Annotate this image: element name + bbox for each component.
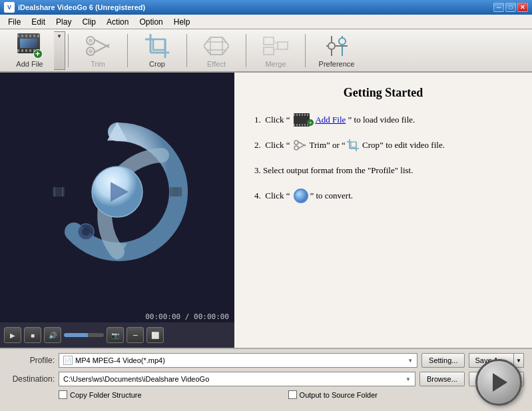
menu-clip[interactable]: Clip [77, 16, 101, 28]
step-2-pre: 2. Click “ [254, 139, 290, 152]
toolbar: + Add File ▼ Trim [0, 29, 532, 73]
time-sep: / [180, 312, 194, 321]
right-panel: Getting Started 1. Click “ + Add File ” … [234, 73, 532, 348]
menu-play[interactable]: Play [51, 16, 77, 28]
profile-label: Profile: [8, 356, 55, 365]
add-file-mini-icon: + [294, 113, 314, 127]
step-2-crop: Crop” to edit video file. [360, 139, 445, 152]
profile-dropdown[interactable]: 📄 MP4 MPEG-4 Video(*.mp4) ▼ [59, 353, 417, 368]
merge-button[interactable]: Merge [249, 31, 302, 70]
svg-marker-11 [204, 37, 229, 55]
dest-arrow: ▼ [405, 376, 411, 382]
menu-option[interactable]: Option [134, 16, 168, 28]
copy-folder-label: Copy Folder Structure [70, 391, 142, 399]
browse-button[interactable]: Browse... [419, 372, 465, 386]
preference-label: Preference [319, 60, 355, 68]
step-1-post: ” to load video file. [346, 113, 415, 127]
volume-slider[interactable] [64, 333, 104, 337]
play-button[interactable]: ▶ [4, 327, 21, 343]
merge-label: Merge [265, 60, 286, 68]
destination-value: C:\Users\ws\Documents\iDealshare VideoGo [63, 375, 209, 383]
crop-icon [144, 33, 170, 59]
svg-point-5 [89, 49, 93, 53]
crop-label: Crop [149, 60, 165, 68]
video-display [0, 73, 234, 311]
output-source-checkbox[interactable]: Output to Source Folder [288, 390, 378, 399]
getting-started-title: Getting Started [254, 86, 512, 100]
svg-rect-17 [264, 47, 274, 55]
svg-rect-18 [278, 42, 288, 49]
svg-rect-38 [179, 187, 180, 197]
title-bar: V iDealshare VideoGo 6 (Unregistered) ─ … [0, 0, 532, 15]
step-3: 3. Select output format from the "Profil… [254, 164, 512, 177]
step-4-pre: 4. Click “ [254, 189, 290, 203]
effect-icon [204, 33, 229, 59]
step-2: 2. Click “ Trim” or “ [254, 139, 512, 152]
stop-button[interactable]: ■ [24, 327, 41, 343]
add-file-label: Add File [16, 60, 43, 68]
effect-button[interactable]: Effect [190, 31, 243, 70]
svg-point-42 [294, 146, 298, 150]
zoom-out-button[interactable]: − [127, 327, 144, 343]
svg-point-4 [89, 39, 93, 43]
preference-icon [324, 33, 350, 59]
maximize-button[interactable]: □ [505, 3, 516, 12]
video-panel: 00:00:00 / 00:00:00 ▶ ■ 🔊 📷 − ⬜ [0, 73, 234, 348]
destination-input[interactable]: C:\Users\ws\Documents\iDealshare VideoGo… [59, 372, 415, 386]
destination-label: Destination: [8, 374, 55, 384]
trim-button[interactable]: Trim [71, 31, 125, 70]
videogo-graphic [41, 115, 194, 268]
separator-3 [186, 34, 187, 67]
add-file-button[interactable]: + Add File ▼ [5, 31, 65, 70]
separator-1 [68, 34, 69, 67]
setting-button[interactable]: Setting... [421, 353, 465, 368]
output-source-checkbox-box[interactable] [288, 390, 297, 399]
step-4: 4. Click “ ” to convert. [254, 189, 512, 203]
copy-folder-checkbox-box[interactable] [59, 390, 67, 399]
separator-4 [246, 34, 246, 67]
video-controls: ▶ ■ 🔊 📷 − ⬜ [0, 322, 234, 348]
svg-rect-8 [153, 39, 165, 50]
menu-action[interactable]: Action [101, 16, 134, 28]
menu-help[interactable]: Help [168, 16, 196, 28]
trim-icon [85, 33, 111, 59]
svg-line-3 [94, 45, 109, 53]
snapshot-button[interactable]: 📷 [107, 327, 124, 343]
svg-point-41 [294, 141, 298, 145]
step-1: 1. Click “ + Add File ” to load video fi… [254, 113, 512, 127]
minimize-button[interactable]: ─ [493, 3, 504, 12]
menu-file[interactable]: File [3, 16, 26, 28]
total-time: 00:00:00 [194, 312, 229, 321]
plus-icon: + [33, 49, 43, 59]
profile-dropdown-arrow: ▼ [407, 358, 413, 364]
app-icon: V [4, 2, 15, 13]
profile-value: MP4 MPEG-4 Video(*.mp4) [75, 356, 165, 364]
svg-rect-16 [264, 37, 274, 45]
convert-button[interactable] [475, 359, 522, 406]
merge-icon [263, 33, 288, 59]
trim-mini-icon [294, 140, 306, 151]
convert-mini-icon [294, 189, 308, 203]
copy-folder-checkbox[interactable]: Copy Folder Structure [59, 390, 142, 399]
close-button[interactable]: ✕ [517, 3, 528, 12]
window-title: iDealshare VideoGo 6 (Unregistered) [18, 3, 493, 11]
checkbox-row: Copy Folder Structure Output to Source F… [8, 390, 524, 399]
svg-point-40 [82, 228, 90, 236]
mp4-file-icon: 📄 [63, 356, 73, 365]
menu-bar: File Edit Play Clip Action Option Help [0, 15, 532, 29]
preference-button[interactable]: Preference [308, 31, 365, 70]
effect-label: Effect [207, 60, 226, 68]
window-controls: ─ □ ✕ [493, 3, 528, 12]
volume-button[interactable]: 🔊 [44, 327, 61, 343]
fullscreen-button[interactable]: ⬜ [146, 327, 164, 343]
add-file-dropdown[interactable]: ▼ [54, 31, 65, 70]
menu-edit[interactable]: Edit [26, 16, 51, 28]
main-content: 00:00:00 / 00:00:00 ▶ ■ 🔊 📷 − ⬜ Getting … [0, 73, 532, 348]
step-1-link[interactable]: Add File [315, 113, 346, 127]
svg-rect-35 [62, 187, 63, 197]
getting-started: Getting Started 1. Click “ + Add File ” … [254, 86, 512, 203]
step-1-pre: 1. Click “ [254, 113, 290, 127]
time-display: 00:00:00 / 00:00:00 [0, 311, 234, 322]
crop-button[interactable]: Crop [131, 31, 184, 70]
svg-line-44 [298, 145, 306, 149]
